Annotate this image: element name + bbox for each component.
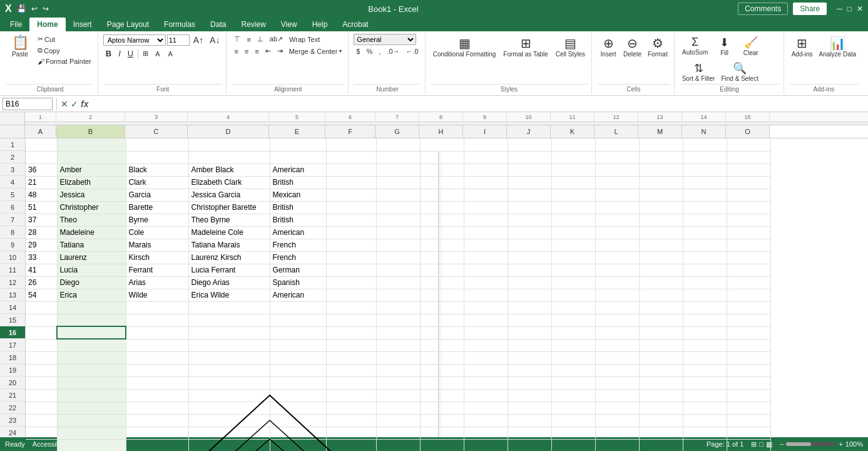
- row-num-6[interactable]: 6: [0, 201, 25, 214]
- cell-J2[interactable]: [508, 151, 551, 163]
- cell-F4[interactable]: [326, 176, 376, 189]
- align-bottom-button[interactable]: ⊥: [255, 34, 266, 44]
- cell-G5[interactable]: [376, 189, 420, 201]
- cell-B23[interactable]: [57, 414, 126, 427]
- cell-O22[interactable]: [727, 402, 770, 414]
- border-button[interactable]: ⊞: [140, 48, 151, 59]
- row-num-3[interactable]: 3: [0, 163, 25, 176]
- cell-D6[interactable]: Christopher Barette: [188, 201, 270, 214]
- font-color-button[interactable]: A: [166, 49, 176, 59]
- cell-K23[interactable]: [551, 414, 595, 427]
- row-num-4[interactable]: 4: [0, 176, 25, 189]
- cell-G16[interactable]: [376, 326, 420, 339]
- col-header-G[interactable]: G: [375, 125, 419, 138]
- col-header-E[interactable]: E: [269, 125, 325, 138]
- cell-N24[interactable]: [683, 427, 727, 439]
- cell-G4[interactable]: [376, 176, 420, 189]
- col-header-C[interactable]: C: [125, 125, 188, 138]
- cell-H15[interactable]: [420, 314, 464, 326]
- cell-H1[interactable]: [420, 138, 464, 151]
- row-num-17[interactable]: 17: [0, 339, 25, 351]
- col-header-F[interactable]: F: [325, 125, 375, 138]
- cell-N18[interactable]: [683, 351, 727, 364]
- cell-J21[interactable]: [508, 389, 551, 402]
- cell-E15[interactable]: [270, 314, 326, 326]
- cell-C14[interactable]: [126, 301, 188, 314]
- cell-O10[interactable]: [727, 251, 770, 264]
- cell-J9[interactable]: [508, 239, 551, 251]
- cell-K1[interactable]: [551, 138, 595, 151]
- row-num-11[interactable]: 11: [0, 264, 25, 276]
- cell-G20[interactable]: [376, 376, 420, 389]
- row-num-9[interactable]: 9: [0, 239, 25, 251]
- cell-E19[interactable]: [270, 364, 326, 376]
- cell-M13[interactable]: [639, 289, 683, 301]
- cell-C6[interactable]: Barette: [126, 201, 188, 214]
- row-num-7[interactable]: 7: [0, 214, 25, 226]
- cell-I12[interactable]: [464, 276, 508, 289]
- cell-M7[interactable]: [639, 214, 683, 226]
- cell-A19[interactable]: [26, 364, 57, 376]
- cell-J12[interactable]: [508, 276, 551, 289]
- cell-J7[interactable]: [508, 214, 551, 226]
- cell-A20[interactable]: [26, 376, 57, 389]
- align-center-button[interactable]: ≡: [242, 46, 251, 56]
- cell-I25[interactable]: [464, 439, 508, 451]
- cell-I17[interactable]: [464, 339, 508, 351]
- cell-D20[interactable]: [188, 376, 270, 389]
- cell-O13[interactable]: [727, 289, 770, 301]
- cell-L5[interactable]: [595, 189, 639, 201]
- tab-review[interactable]: Review: [233, 18, 273, 31]
- cell-N17[interactable]: [683, 339, 727, 351]
- cell-J15[interactable]: [508, 314, 551, 326]
- cell-M3[interactable]: [639, 163, 683, 176]
- cell-K16[interactable]: [551, 326, 595, 339]
- cut-button[interactable]: ✂ Cut: [35, 34, 94, 44]
- cell-F24[interactable]: [326, 427, 376, 439]
- cell-C12[interactable]: Arias: [126, 276, 188, 289]
- cell-N16[interactable]: [683, 326, 727, 339]
- cell-F11[interactable]: [326, 264, 376, 276]
- merge-center-button[interactable]: Merge & Center ▾: [287, 46, 345, 56]
- cell-B1[interactable]: [57, 138, 126, 151]
- cell-N23[interactable]: [683, 414, 727, 427]
- cell-A23[interactable]: [26, 414, 57, 427]
- cell-N22[interactable]: [683, 402, 727, 414]
- cell-G2[interactable]: [376, 151, 420, 163]
- cell-G17[interactable]: [376, 339, 420, 351]
- cell-O25[interactable]: [727, 439, 770, 451]
- cell-F23[interactable]: [326, 414, 376, 427]
- cell-C25[interactable]: [126, 439, 188, 451]
- align-left-button[interactable]: ≡: [232, 46, 240, 56]
- cell-I2[interactable]: [464, 151, 508, 163]
- cell-H6[interactable]: [420, 201, 464, 214]
- cell-I18[interactable]: [464, 351, 508, 364]
- cell-I15[interactable]: [464, 314, 508, 326]
- cell-E21[interactable]: [270, 389, 326, 402]
- align-middle-button[interactable]: ≡: [244, 34, 253, 44]
- align-top-button[interactable]: ⊤: [232, 34, 243, 44]
- cell-J17[interactable]: [508, 339, 551, 351]
- cell-B25[interactable]: [57, 439, 126, 451]
- cell-L3[interactable]: [595, 163, 639, 176]
- cell-I23[interactable]: [464, 414, 508, 427]
- cell-I14[interactable]: [464, 301, 508, 314]
- row-num-2[interactable]: 2: [0, 151, 25, 163]
- cell-B14[interactable]: [57, 301, 126, 314]
- tab-page-layout[interactable]: Page Layout: [100, 18, 156, 31]
- cell-E16[interactable]: [270, 326, 326, 339]
- italic-button[interactable]: I: [116, 48, 123, 60]
- cell-E12[interactable]: Spanish: [270, 276, 326, 289]
- cell-J16[interactable]: [508, 326, 551, 339]
- cell-G15[interactable]: [376, 314, 420, 326]
- cell-C23[interactable]: [126, 414, 188, 427]
- cell-A1[interactable]: [26, 138, 57, 151]
- cell-F10[interactable]: [326, 251, 376, 264]
- cell-K24[interactable]: [551, 427, 595, 439]
- cell-I7[interactable]: [464, 214, 508, 226]
- cell-K8[interactable]: [551, 226, 595, 239]
- increase-font-button[interactable]: A↑: [191, 34, 206, 46]
- cell-D24[interactable]: [188, 427, 270, 439]
- col-header-D[interactable]: D: [188, 125, 269, 138]
- cell-E10[interactable]: French: [270, 251, 326, 264]
